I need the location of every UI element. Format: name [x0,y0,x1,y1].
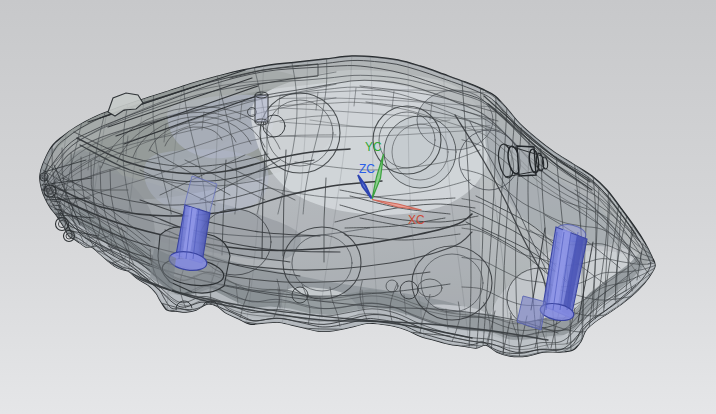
svg-text:XC: XC [408,213,425,227]
svg-text:ZC: ZC [359,162,375,176]
svg-text:YC: YC [365,140,382,154]
